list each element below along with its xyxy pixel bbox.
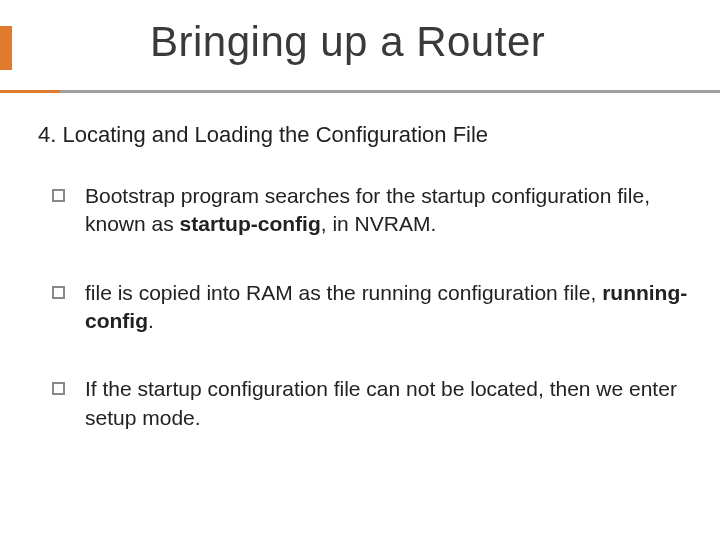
bullet-text: Bootstrap program searches for the start… bbox=[85, 182, 690, 239]
square-bullet-icon bbox=[52, 382, 65, 395]
slide-title: Bringing up a Router bbox=[150, 18, 545, 66]
section-heading: 4. Locating and Loading the Configuratio… bbox=[38, 122, 690, 148]
square-bullet-icon bbox=[52, 286, 65, 299]
list-item: Bootstrap program searches for the start… bbox=[38, 182, 690, 239]
title-divider bbox=[0, 90, 720, 93]
list-item: file is copied into RAM as the running c… bbox=[38, 279, 690, 336]
bullet-text: file is copied into RAM as the running c… bbox=[85, 279, 690, 336]
square-bullet-icon bbox=[52, 189, 65, 202]
bullet-text: If the startup configuration file can no… bbox=[85, 375, 690, 432]
list-item: If the startup configuration file can no… bbox=[38, 375, 690, 432]
accent-bar bbox=[0, 26, 12, 70]
